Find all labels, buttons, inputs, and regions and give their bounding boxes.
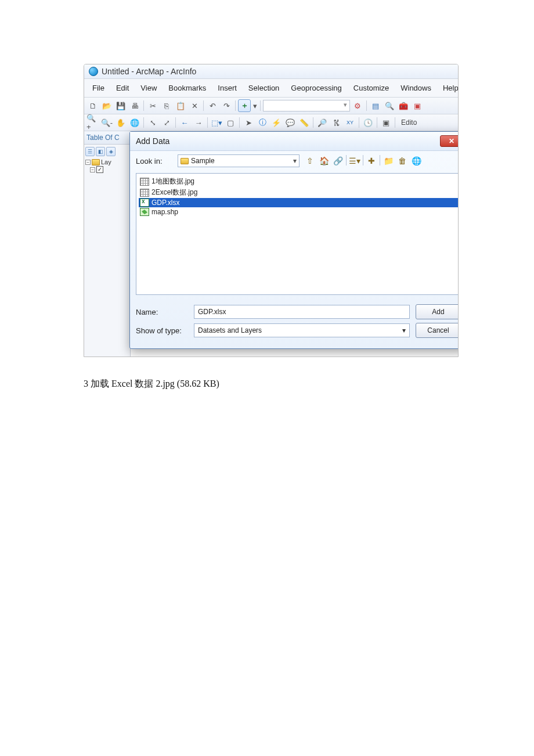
dialog-close-button[interactable]: ✕ (440, 135, 459, 147)
html-popup-icon[interactable]: 💬 (284, 116, 297, 129)
fixed-zoom-in-icon[interactable]: ⤡ (146, 116, 159, 129)
editor-toolbar-label[interactable]: Edito (401, 118, 417, 127)
undo-icon[interactable]: ↶ (206, 99, 219, 112)
menu-help[interactable]: Help (437, 81, 459, 95)
find-route-icon[interactable]: ⛕ (330, 116, 342, 129)
new-folder-icon[interactable]: 📁 (383, 155, 394, 167)
measure-icon[interactable]: 📏 (298, 116, 311, 129)
catalog-icon[interactable]: ▤ (369, 99, 382, 112)
python-icon[interactable]: ▣ (411, 99, 424, 112)
separator-icon (363, 155, 363, 165)
new-group-icon[interactable]: ✚ (366, 155, 377, 167)
full-extent-icon[interactable]: 🌐 (128, 116, 141, 129)
menu-edit[interactable]: Edit (110, 81, 135, 95)
file-name: map.shp (151, 208, 178, 216)
add-button-label: Add (432, 308, 444, 316)
menu-geoprocessing[interactable]: Geoprocessing (285, 81, 347, 95)
delete-icon[interactable]: ✕ (188, 99, 201, 112)
separator-icon (239, 117, 240, 128)
copy-icon[interactable]: ⎘ (160, 99, 173, 112)
zoom-out-icon[interactable]: 🔍- (100, 116, 113, 129)
redo-icon[interactable]: ↷ (220, 99, 233, 112)
home-icon[interactable]: 🏠 (318, 155, 330, 167)
layer-visibility-checkbox[interactable]: ✓ (96, 166, 103, 173)
zoom-in-icon[interactable]: 🔍+ (86, 116, 99, 129)
separator-icon (203, 100, 204, 111)
paste-icon[interactable]: 📋 (174, 99, 187, 112)
cancel-button[interactable]: Cancel (416, 323, 459, 338)
list-view-icon[interactable]: ☰▾ (349, 155, 360, 167)
separator-icon (235, 100, 236, 111)
menu-bookmarks[interactable]: Bookmarks (163, 81, 212, 95)
arc-toolbox-icon[interactable]: 🧰 (397, 99, 410, 112)
viewer-icon[interactable]: ▣ (380, 116, 392, 129)
go-to-xy-icon[interactable]: XY (344, 116, 356, 129)
forward-icon[interactable]: → (192, 116, 205, 129)
menu-selection[interactable]: Selection (243, 81, 285, 95)
table-of-contents-panel: Table Of C ☰ ◧ ◈ − Lay − ✓ (84, 131, 131, 357)
lookin-select[interactable]: Sample ▾ (178, 154, 300, 167)
cancel-button-label: Cancel (427, 326, 449, 334)
separator-icon (366, 100, 367, 111)
back-icon[interactable]: ← (178, 116, 191, 129)
tree-root-layers[interactable]: − Lay (85, 159, 129, 165)
file-item[interactable]: 2Excel数据.jpg (139, 187, 458, 198)
clear-selection-icon[interactable]: ▢ (224, 116, 237, 129)
connect-to-folder-icon[interactable]: 🔗 (332, 155, 344, 167)
menu-insert[interactable]: Insert (212, 81, 243, 95)
file-list[interactable]: 1地图数据.jpg 2Excel数据.jpg GDP.xlsx map.shp (136, 173, 459, 295)
menu-file[interactable]: File (86, 81, 110, 95)
time-slider-icon[interactable]: 🕓 (362, 116, 374, 129)
add-connection-icon[interactable]: 🌐 (410, 155, 422, 167)
menu-view[interactable]: View (135, 81, 163, 95)
file-item-selected[interactable]: GDP.xlsx (139, 198, 458, 207)
separator-icon (313, 117, 313, 128)
dialog-bottom: Name: GDP.xlsx Add Show of type: Dataset… (130, 297, 459, 348)
up-one-level-icon[interactable]: ⇧ (304, 155, 316, 167)
find-icon[interactable]: 🔎 (316, 116, 329, 129)
pan-icon[interactable]: ✋ (114, 116, 127, 129)
select-elements-icon[interactable]: ➤ (242, 116, 255, 129)
list-by-drawing-order-icon[interactable]: ☰ (85, 147, 95, 156)
list-by-source-icon[interactable]: ◧ (96, 147, 105, 156)
name-value: GDP.xlsx (198, 308, 226, 316)
open-icon[interactable]: 📂 (100, 99, 113, 112)
shapefile-icon (140, 208, 149, 216)
dialog-titlebar[interactable]: Add Data ✕ (130, 132, 459, 151)
fixed-zoom-out-icon[interactable]: ⤢ (160, 116, 173, 129)
titlebar: Untitled - ArcMap - ArcInfo (84, 64, 458, 79)
main-area: Table Of C ☰ ◧ ◈ − Lay − ✓ (84, 131, 458, 357)
tree-layer-item[interactable]: − ✓ (85, 166, 129, 173)
collapse-icon[interactable]: − (85, 160, 91, 165)
arcmap-app-icon (89, 67, 98, 76)
folder-icon (181, 158, 189, 164)
add-data-button[interactable]: ＋ (238, 99, 251, 112)
cut-icon[interactable]: ✂ (146, 99, 159, 112)
file-name: GDP.xlsx (151, 199, 179, 207)
collapse-icon[interactable]: − (90, 167, 95, 172)
menu-windows[interactable]: Windows (395, 81, 437, 95)
save-icon[interactable]: 💾 (114, 99, 127, 112)
print-icon[interactable]: 🖶 (128, 99, 141, 112)
delete-icon[interactable]: 🗑 (396, 155, 408, 167)
menu-customize[interactable]: Customize (348, 81, 395, 95)
add-button[interactable]: Add (416, 304, 459, 319)
showtype-select[interactable]: Datasets and Layers ▾ (194, 323, 410, 337)
identify-icon[interactable]: ⓘ (256, 116, 269, 129)
search-window-icon[interactable]: 🔍 (383, 99, 396, 112)
select-features-icon[interactable]: ⬚▾ (210, 116, 223, 129)
hyperlink-icon[interactable]: ⚡ (270, 116, 283, 129)
standard-toolbar: 🗋 📂 💾 🖶 ✂ ⎘ 📋 ✕ ↶ ↷ ＋ ▾ ⚙ ▤ 🔍 🧰 ▣ (84, 98, 458, 114)
name-input[interactable]: GDP.xlsx (194, 305, 410, 319)
menubar: File Edit View Bookmarks Insert Selectio… (84, 79, 458, 98)
toolbox-icon[interactable]: ⚙ (351, 99, 364, 112)
separator-icon (377, 117, 377, 128)
list-by-visibility-icon[interactable]: ◈ (106, 147, 116, 156)
dropdown-arrow-icon[interactable]: ▾ (252, 99, 258, 112)
scale-select[interactable] (263, 100, 350, 111)
file-item[interactable]: map.shp (139, 207, 458, 217)
separator-icon (143, 100, 144, 111)
new-icon[interactable]: 🗋 (86, 99, 99, 112)
file-item[interactable]: 1地图数据.jpg (139, 176, 458, 187)
raster-file-icon (140, 189, 149, 197)
